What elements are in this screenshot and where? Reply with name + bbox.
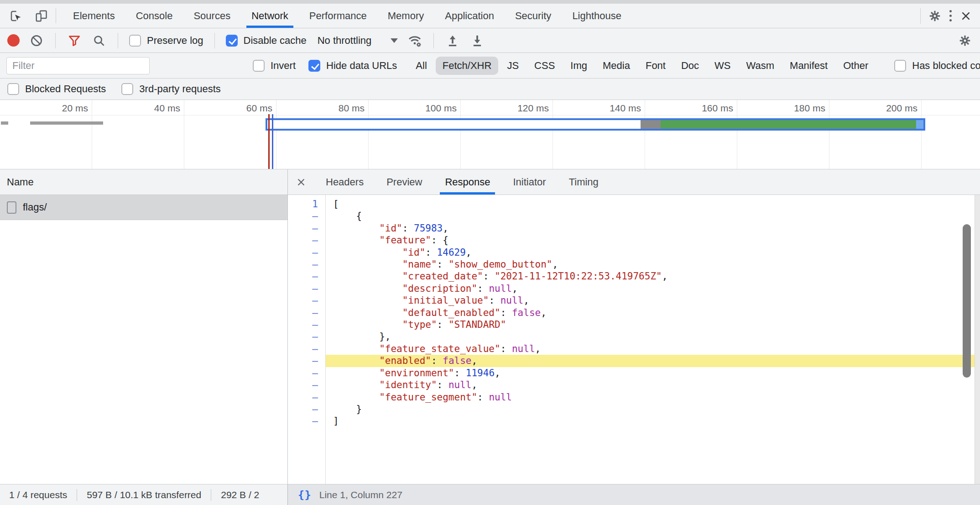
code-token: 11946 [466,368,495,379]
code-token: ] [333,416,339,426]
code-token: , [466,247,472,258]
code-token: [ [333,199,339,210]
detail-tab[interactable]: Initiator [501,169,557,195]
code-token: "STANDARD" [448,319,506,330]
code-token: "type" [402,319,437,330]
line-number: – [288,415,325,427]
vertical-scrollbar-thumb[interactable] [963,224,971,378]
summary-segment: 292 B / 2 [201,489,259,501]
code-token: : [425,247,437,258]
code-token [333,392,379,403]
request-row[interactable]: flags/ [0,195,287,220]
panel-tab[interactable]: Application [434,4,505,28]
panel-tab[interactable]: Memory [377,4,434,28]
code-token [333,223,379,234]
resource-type-chip[interactable]: Img [563,57,594,75]
filter-input[interactable] [6,57,150,74]
detail-tab[interactable]: Headers [314,169,375,195]
code-line: – ] [288,415,980,427]
resource-type-chip[interactable]: CSS [527,57,562,75]
code-token: "id" [402,247,426,258]
preserve-log-checkbox[interactable]: Preserve log [129,35,203,47]
inspect-element-icon[interactable] [8,8,24,24]
filter-funnel-icon[interactable] [67,33,82,48]
timeline-tick: 160 ms [645,100,737,169]
request-detail-pane: Headers Preview Response Initiator Timin… [287,169,980,484]
response-code-viewer[interactable]: 1 [ – { – "id": 75983, [288,195,980,484]
line-number: – [288,403,325,415]
resource-type-chip[interactable]: JS [500,57,526,75]
code-token: : [437,259,448,270]
panel-tab-label: Memory [388,10,424,22]
code-token [333,343,379,354]
device-toolbar-icon[interactable] [34,8,49,24]
code-token: null [500,295,524,306]
panel-tab[interactable]: Console [125,4,183,28]
panel-tab[interactable]: Security [505,4,562,28]
clear-requests-icon[interactable] [29,33,44,48]
disable-cache-box [226,35,238,47]
detail-tab[interactable]: Preview [375,169,433,195]
code-token: false [443,355,471,366]
close-devtools-icon[interactable] [958,8,974,24]
code-token: "id" [379,223,402,234]
has-blocked-cookies-checkbox[interactable]: Has blocked cookies [894,60,980,72]
toolbar-divider-4 [433,33,434,48]
network-conditions-icon[interactable] [407,33,422,48]
invert-checkbox[interactable]: Invert [253,60,296,72]
request-timing-bar[interactable] [266,118,925,131]
resource-type-chip[interactable]: Doc [674,57,706,75]
resource-type-chip[interactable]: All [409,57,433,75]
detail-tabs: Headers Preview Response Initiator Timin… [314,169,610,195]
resource-type-chip[interactable]: Fetch/XHR [436,57,499,75]
resource-type-chip[interactable]: Wasm [740,57,782,75]
panel-tab[interactable]: Performance [299,4,377,28]
panel-tab[interactable]: Network [241,4,299,28]
timeline-tick: 60 ms [184,100,276,169]
detail-tab-label: Response [445,176,490,188]
code-token: "identity" [379,379,437,390]
code-token: "show_demo_button" [448,259,553,270]
code-token: , [495,368,500,379]
panel-tab[interactable]: Lighthouse [562,4,632,28]
resource-type-chip[interactable]: Other [836,57,875,75]
resource-type-chip[interactable]: Manifest [783,57,834,75]
waiting-segment [267,120,641,129]
network-toolbar: Preserve log Disable cache No throttling [0,28,980,53]
import-har-icon[interactable] [445,33,460,48]
network-settings-gear-icon[interactable] [957,33,973,48]
code-token: : [477,283,489,294]
detail-tab[interactable]: Timing [558,169,610,195]
has-blocked-cookies-box [894,60,906,72]
code-token: : [437,319,448,330]
summary-text: 597 B / 10.1 kB transferred [87,489,201,500]
network-overview[interactable]: 20 ms 40 ms 60 ms 80 ms 100 ms 120 ms 14… [0,100,980,169]
third-party-requests-checkbox[interactable]: 3rd-party requests [121,83,221,95]
timeline-tick: 140 ms [553,100,645,169]
ruler-divider [0,115,980,116]
name-column-header[interactable]: Name [0,169,287,195]
close-detail-icon[interactable] [288,169,314,195]
resource-type-chip[interactable]: WS [708,57,737,75]
hide-data-urls-checkbox[interactable]: Hide data URLs [308,60,397,72]
pretty-print-icon[interactable]: {} [298,489,312,501]
blocked-requests-checkbox[interactable]: Blocked Requests [7,83,106,95]
panel-tab[interactable]: Sources [183,4,241,28]
detail-tab[interactable]: Response [433,169,501,195]
code-line: – "feature_state_value": null, [288,343,980,355]
more-options-kebab-icon[interactable] [943,8,958,24]
resource-type-chip[interactable]: Font [639,57,672,75]
disable-cache-checkbox[interactable]: Disable cache [226,35,307,47]
summary-text: 292 B / 2 [221,489,259,500]
record-button[interactable] [7,34,20,47]
search-icon[interactable] [91,33,107,48]
code-token: , [443,223,448,234]
settings-gear-icon[interactable] [927,8,943,24]
code-token: null [489,283,512,294]
throttling-dropdown[interactable]: No throttling [316,35,398,47]
code-token: , [535,343,541,354]
resource-type-chip[interactable]: Media [596,57,637,75]
panel-tab[interactable]: Elements [63,4,125,28]
timeline-tick: 20 ms [0,100,92,169]
export-har-icon[interactable] [469,33,485,48]
